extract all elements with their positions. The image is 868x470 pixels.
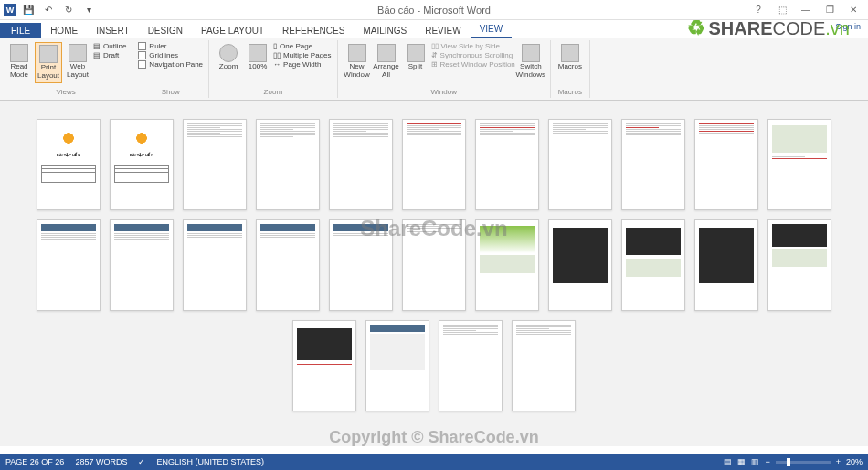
group-label-views: Views <box>5 88 126 96</box>
thumbnail-image <box>480 255 535 273</box>
page-thumbnail[interactable] <box>767 119 831 210</box>
help-button[interactable]: ? <box>747 2 769 18</box>
page-thumbnail[interactable] <box>183 219 247 311</box>
macros-button[interactable]: Macros <box>556 42 584 73</box>
one-page-icon: ▯ <box>273 42 277 50</box>
thumbnail-image <box>480 226 535 253</box>
tab-page-layout[interactable]: PAGE LAYOUT <box>192 23 273 38</box>
qat-redo[interactable]: ↻ <box>60 2 77 18</box>
page-width-button[interactable]: ↔Page Width <box>273 60 331 69</box>
tab-view[interactable]: VIEW <box>471 21 513 38</box>
zoom-slider[interactable] <box>776 461 831 464</box>
page-thumbnail[interactable] <box>365 320 429 411</box>
page-thumbnail[interactable] <box>694 119 758 210</box>
thumbnail-image <box>772 125 827 153</box>
thumbnail-code <box>297 328 352 360</box>
status-page[interactable]: PAGE 26 OF 26 <box>5 457 64 466</box>
qat-undo[interactable]: ↶ <box>40 2 57 18</box>
sync-scrolling-button: ⇵Synchronous Scrolling <box>431 51 515 59</box>
outline-button[interactable]: ▤Outline <box>93 42 126 50</box>
page-thumbnail[interactable] <box>256 119 320 210</box>
zoom-level[interactable]: 20% <box>846 457 863 466</box>
gridlines-checkbox[interactable]: Gridlines <box>138 51 203 59</box>
page-thumbnail[interactable] <box>475 119 539 210</box>
page-thumbnail[interactable]: BÀI TẬP LỚN <box>37 119 101 210</box>
reset-pos-icon: ⊞ <box>431 60 438 69</box>
minimize-button[interactable]: — <box>795 2 817 18</box>
page-thumbnail[interactable] <box>621 219 685 311</box>
word-icon: W <box>4 4 16 16</box>
draft-icon: ▤ <box>93 51 101 59</box>
ruler-checkbox[interactable]: Ruler <box>138 42 203 50</box>
page-thumbnail[interactable] <box>329 119 393 210</box>
multi-page-icon: ▯▯ <box>273 51 281 59</box>
split-button[interactable]: Split <box>402 42 429 73</box>
tab-insert[interactable]: INSERT <box>87 23 139 38</box>
page-thumbnail[interactable] <box>329 219 393 311</box>
tab-review[interactable]: REVIEW <box>416 23 470 38</box>
print-layout-button[interactable]: Print Layout <box>35 42 62 83</box>
new-window-button[interactable]: New Window <box>344 42 371 81</box>
switch-windows-button[interactable]: Switch Windows <box>517 42 545 81</box>
page-thumbnail[interactable] <box>292 320 356 411</box>
navigation-pane-checkbox[interactable]: Navigation Pane <box>138 60 203 69</box>
zoom-slider-thumb[interactable] <box>787 458 790 466</box>
page-thumbnail[interactable] <box>475 219 539 311</box>
status-bar: PAGE 26 OF 26 2857 WORDS ✓ ENGLISH (UNIT… <box>0 454 868 470</box>
view-web-layout-icon[interactable]: ▥ <box>751 457 759 466</box>
thumbnail-code <box>699 228 754 283</box>
page-thumbnail[interactable] <box>183 119 247 210</box>
qat-customize[interactable]: ▾ <box>80 2 97 18</box>
web-layout-button[interactable]: Web Layout <box>64 42 91 81</box>
zoom-out-button[interactable]: − <box>765 457 769 466</box>
status-proofing-icon[interactable]: ✓ <box>138 457 145 466</box>
close-button[interactable]: ✕ <box>842 2 864 18</box>
print-layout-icon <box>39 45 58 63</box>
read-mode-button[interactable]: Read Mode <box>5 42 33 81</box>
web-layout-icon <box>69 44 87 62</box>
tab-mailings[interactable]: MAILINGS <box>354 23 416 38</box>
ribbon-display-options[interactable]: ⬚ <box>771 2 793 18</box>
one-page-button[interactable]: ▯One Page <box>273 42 331 50</box>
tab-references[interactable]: REFERENCES <box>273 23 354 38</box>
ribbon: Read Mode Print Layout Web Layout ▤Outli… <box>0 38 868 101</box>
page-thumbnail[interactable] <box>256 219 320 311</box>
zoom-in-button[interactable]: + <box>836 457 841 466</box>
page-thumbnails: BÀI TẬP LỚN BÀI TẬP LỚN <box>9 119 859 411</box>
status-words[interactable]: 2857 WORDS <box>75 457 127 466</box>
checkbox-icon <box>138 60 146 69</box>
page-thumbnail[interactable] <box>548 119 612 210</box>
page-thumbnail[interactable] <box>37 219 101 311</box>
tab-file[interactable]: FILE <box>0 23 41 38</box>
page-thumbnail[interactable] <box>767 219 831 311</box>
document-area[interactable]: ShareCode.vn Copyright © ShareCode.vn BÀ… <box>0 101 868 446</box>
zoom-100-icon <box>249 44 267 62</box>
group-label-macros: Macros <box>556 88 584 96</box>
qat-save[interactable]: 💾 <box>20 2 37 18</box>
page-thumbnail[interactable]: BÀI TẬP LỚN <box>110 119 174 210</box>
zoom-100-button[interactable]: 100% <box>244 42 271 73</box>
page-thumbnail[interactable] <box>402 219 466 311</box>
view-read-mode-icon[interactable]: ▤ <box>724 457 732 466</box>
page-thumbnail[interactable] <box>110 219 174 311</box>
zoom-button[interactable]: Zoom <box>215 42 242 73</box>
status-language[interactable]: ENGLISH (UNITED STATES) <box>156 457 264 466</box>
page-thumbnail[interactable] <box>548 219 612 311</box>
group-macros: Macros Macros <box>551 40 590 98</box>
page-thumbnail[interactable] <box>694 219 758 311</box>
page-thumbnail[interactable] <box>439 320 503 411</box>
page-thumbnail[interactable] <box>402 119 466 210</box>
page-width-icon: ↔ <box>273 60 281 69</box>
arrange-all-button[interactable]: Arrange All <box>373 42 400 81</box>
tab-design[interactable]: DESIGN <box>139 23 192 38</box>
restore-button[interactable]: ❐ <box>819 2 841 18</box>
draft-button[interactable]: ▤Draft <box>93 51 126 59</box>
view-print-layout-icon[interactable]: ▦ <box>737 457 746 466</box>
page-thumbnail[interactable] <box>512 320 576 411</box>
sharecode-icon: ♻ <box>687 16 705 40</box>
multiple-pages-button[interactable]: ▯▯Multiple Pages <box>273 51 331 59</box>
sharecode-logo: ♻ SHARECODE.vn <box>687 16 851 40</box>
group-label-show: Show <box>138 88 203 96</box>
tab-home[interactable]: HOME <box>41 23 87 38</box>
page-thumbnail[interactable] <box>621 119 685 210</box>
